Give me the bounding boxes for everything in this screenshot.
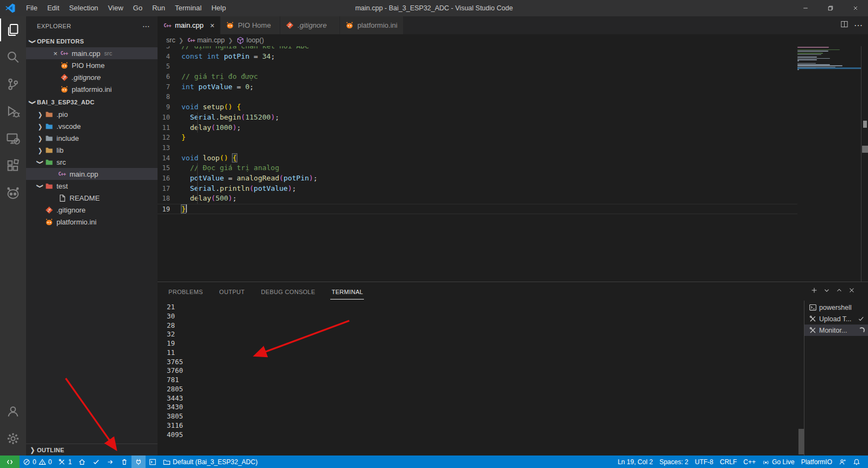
terminal-dropdown-icon[interactable] (823, 286, 831, 296)
code-line-12[interactable]: 12} (158, 133, 797, 143)
indentation-status[interactable]: Spaces: 2 (656, 455, 691, 468)
menu-terminal[interactable]: Terminal (170, 0, 206, 16)
tab-platformio-ini[interactable]: platformio.ini (340, 16, 404, 34)
tree-item--pio[interactable]: ❯.pio (26, 108, 158, 120)
open-editor-main-cpp[interactable]: ×C++main.cppsrc (26, 47, 158, 59)
code-line-16[interactable]: 16 potValue = analogRead(potPin); (158, 173, 797, 184)
code-line-19[interactable]: 19} (158, 204, 797, 214)
cursor-position[interactable]: Ln 19, Col 2 (614, 455, 656, 468)
minimize-button[interactable] (793, 0, 818, 16)
editor-more-actions-icon[interactable]: ⋯ (854, 20, 864, 30)
tree-item-main-cpp[interactable]: C++main.cpp (26, 168, 158, 180)
language-mode[interactable]: C++ (740, 455, 759, 468)
code-line-5[interactable]: 5 (158, 61, 797, 72)
breadcrumb-loop-[interactable]: loop() (236, 36, 264, 45)
panel-tab-problems[interactable]: PROBLEMS (167, 284, 204, 299)
sidebar-more-actions-icon[interactable]: ⋯ (142, 22, 151, 30)
terminal-instance-powershell[interactable]: powershell (804, 302, 868, 313)
editor-scrollbar[interactable] (861, 46, 868, 282)
menu-file[interactable]: File (21, 0, 42, 16)
menu-go[interactable]: Go (128, 0, 147, 16)
terminal-instance-upload-t-[interactable]: Upload T... (804, 313, 868, 325)
code-line-18[interactable]: 18 delay(500); (158, 194, 797, 204)
panel-tab-debug-console[interactable]: DEBUG CONSOLE (260, 284, 317, 299)
pio-home-button[interactable] (75, 455, 89, 468)
project-folder-header[interactable]: ❯ BAI_3_ESP32_ADC (26, 96, 158, 108)
tree-item-lib[interactable]: ❯lib (26, 144, 158, 156)
pio-env-selector[interactable]: Default (Bai_3_ESP32_ADC) (160, 455, 261, 468)
open-editor--gitignore[interactable]: .gitignore (26, 71, 158, 83)
menu-run[interactable]: Run (147, 0, 170, 16)
activity-settings[interactable] (0, 425, 26, 452)
code-line-9[interactable]: 9void setup() { (158, 102, 797, 113)
go-live-button[interactable]: Go Live (759, 455, 797, 468)
tree-item-readme[interactable]: README (26, 192, 158, 204)
code-line-6[interactable]: 6// giá trị đo được (158, 72, 797, 82)
split-editor-icon[interactable] (840, 20, 848, 30)
activity-source-control[interactable] (0, 71, 26, 98)
tree-item-platformio-ini[interactable]: platformio.ini (26, 216, 158, 228)
terminal-scrollbar[interactable] (798, 301, 804, 455)
pio-upload-button[interactable] (103, 455, 117, 468)
tree-item-include[interactable]: ❯include (26, 132, 158, 144)
notifications-bell-icon[interactable] (850, 455, 864, 468)
feedback-icon[interactable] (835, 455, 850, 468)
activity-run-debug[interactable] (0, 98, 26, 125)
panel-tab-terminal[interactable]: TERMINAL (330, 284, 364, 299)
code-line-3[interactable]: 3// định nghĩa chân kết nối ADC (158, 46, 797, 52)
open-editors-header[interactable]: ❯ OPEN EDITORS (26, 35, 158, 47)
pio-clean-button[interactable] (117, 455, 131, 468)
remote-indicator[interactable] (0, 455, 20, 468)
activity-platformio[interactable] (0, 179, 26, 207)
tab-pio-home[interactable]: PIO Home (221, 16, 280, 34)
close-editor-icon[interactable]: × (51, 49, 60, 58)
activity-account[interactable] (0, 398, 26, 425)
menu-view[interactable]: View (103, 0, 128, 16)
scrollbar-thumb[interactable] (798, 429, 804, 454)
tree-item--gitignore[interactable]: .gitignore (26, 204, 158, 216)
new-terminal-icon[interactable] (810, 286, 818, 296)
pio-build-button[interactable] (89, 455, 103, 468)
problems-status[interactable]: 0 0 (20, 455, 55, 468)
code-line-15[interactable]: 15 // Đọc giá trị analog (158, 163, 797, 173)
tab-main-cpp[interactable]: C++main.cpp× (158, 16, 221, 34)
breadcrumb-main-cpp[interactable]: C++main.cpp (187, 36, 225, 45)
tab--gitignore[interactable]: .gitignore (280, 16, 340, 34)
code-line-10[interactable]: 10 Serial.begin(115200); (158, 113, 797, 123)
pio-terminal-button[interactable] (146, 455, 160, 468)
code-line-14[interactable]: 14void loop() { (158, 153, 797, 164)
tree-item-test[interactable]: ❯test (26, 180, 158, 192)
open-editor-platformio-ini[interactable]: platformio.ini (26, 83, 158, 95)
tree-item--vscode[interactable]: ❯.vscode (26, 120, 158, 132)
restore-button[interactable] (818, 0, 843, 16)
panel-tab-output[interactable]: OUTPUT (218, 284, 246, 299)
code-line-17[interactable]: 17 Serial.println(potValue); (158, 184, 797, 194)
menu-edit[interactable]: Edit (42, 0, 64, 16)
outline-header[interactable]: ❯ OUTLINE (26, 444, 158, 455)
activity-remote-explorer[interactable] (0, 125, 26, 152)
close-tab-icon[interactable]: × (210, 21, 215, 30)
pio-serial-monitor-button[interactable] (131, 455, 146, 468)
code-line-7[interactable]: 7int potValue = 0; (158, 82, 797, 92)
activity-explorer[interactable] (0, 16, 26, 43)
code-line-11[interactable]: 11 delay(1000); (158, 123, 797, 133)
code-line-8[interactable]: 8 (158, 92, 797, 102)
maximize-panel-icon[interactable] (835, 286, 843, 296)
encoding-status[interactable]: UTF-8 (691, 455, 716, 468)
terminal-instance-monitor-[interactable]: Monitor... (804, 325, 868, 336)
code-line-4[interactable]: 4const int potPin = 34; (158, 52, 797, 62)
platformio-tasks-status[interactable]: 1 (55, 455, 75, 468)
activity-search[interactable] (0, 43, 26, 71)
breadcrumb-src[interactable]: src (166, 36, 175, 44)
platformio-status[interactable]: PlatformIO (798, 455, 835, 468)
close-panel-icon[interactable] (848, 286, 856, 296)
code-editor[interactable]: 3// định nghĩa chân kết nối ADC4const in… (158, 46, 868, 282)
tree-item-src[interactable]: ❯src (26, 156, 158, 168)
menu-help[interactable]: Help (206, 0, 231, 16)
open-editor-pio-home[interactable]: PIO Home (26, 59, 158, 71)
eol-status[interactable]: CRLF (716, 455, 740, 468)
code-line-13[interactable]: 13 (158, 143, 797, 153)
menu-selection[interactable]: Selection (64, 0, 103, 16)
close-button[interactable] (843, 0, 868, 16)
activity-extensions[interactable] (0, 152, 26, 179)
